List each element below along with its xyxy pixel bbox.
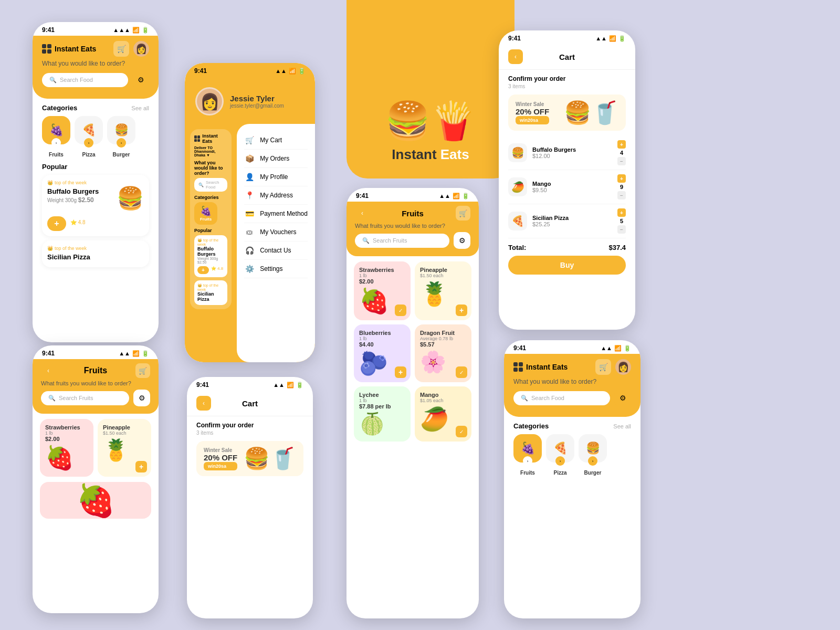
filter-fruits-full[interactable]: ⚙ xyxy=(454,232,470,249)
lychee-full[interactable]: Lychee 1 lb $7.88 per lb 🍈 xyxy=(354,386,411,442)
pizza-label: Pizza xyxy=(82,152,95,158)
avatar-br[interactable]: 👩 xyxy=(615,359,631,375)
cart-icon[interactable]: 🛒 xyxy=(113,41,129,57)
popular-badge: 👑 top of the week xyxy=(47,180,144,185)
cart-icon-fruits-full[interactable]: 🛒 xyxy=(456,206,470,220)
burger-detail: Weight 300g $2.50 xyxy=(47,196,99,204)
cart-icon-br[interactable]: 🛒 xyxy=(595,359,611,375)
status-icons-fruits-bl: ▲▲📶🔋 xyxy=(119,350,149,357)
cat-pizza-br[interactable]: 🍕 › Pizza xyxy=(546,434,574,476)
filter-button[interactable]: ⚙ xyxy=(132,71,149,88)
filter-btn-br[interactable]: ⚙ xyxy=(614,390,631,406)
pizza-minus-btn[interactable]: − xyxy=(617,225,626,234)
promo-discount-bc: 20% OFF xyxy=(204,453,237,462)
app-name: Instant Eats xyxy=(55,45,96,53)
promo-banner-bc: Winter Sale 20% OFF win20sa 🍔🥤 xyxy=(196,441,303,476)
strawberry-name-bl: Strawberries xyxy=(45,424,88,430)
buffalo-qty: 4 xyxy=(620,150,623,156)
promo-code[interactable]: win20sa xyxy=(516,116,549,124)
hero-title: Instant Eats xyxy=(392,146,469,163)
search-food-br[interactable]: 🔍 Search Food xyxy=(513,391,610,405)
filter-fruits-btn-bl[interactable]: ⚙ xyxy=(133,390,150,406)
buffalo-minus-btn[interactable]: − xyxy=(617,157,626,165)
menu-contact[interactable]: 🎧 Contact Us xyxy=(244,242,308,260)
search-fruits-full[interactable]: 🔍 Search Fruits xyxy=(355,234,449,248)
menu-vouchers[interactable]: 🎟 My Vouchers xyxy=(244,223,308,242)
pineapple-name-full: Pineapple xyxy=(420,267,466,273)
mango-qty-ctrl: + 9 − xyxy=(617,174,626,200)
mango-check-full[interactable]: ✓ xyxy=(456,426,467,437)
user-avatar[interactable]: 👩 xyxy=(133,41,149,57)
see-all-link[interactable]: See all xyxy=(131,105,149,111)
burger-arrow-br: › xyxy=(588,456,597,466)
cat-burger-br[interactable]: 🍔 › Burger xyxy=(579,434,607,476)
menu-my-orders[interactable]: 📦 My Orders xyxy=(244,150,308,168)
strawberry-weight-bl: 1 lb xyxy=(45,430,88,436)
pineapple-card-bl[interactable]: Pineapple $1.50 each 🍍 + xyxy=(98,419,151,477)
mango-cart-img: 🥭 xyxy=(508,177,527,196)
categories-row: 🍇 › Fruits 🍕 › Pizza 🍔 › Burger xyxy=(33,116,159,158)
pizza-plus-btn[interactable]: + xyxy=(617,208,626,217)
profile-name: Jessie Tyler xyxy=(230,94,284,103)
search-placeholder: Search Food xyxy=(60,77,93,83)
mango-wt-full: $1.05 each xyxy=(420,398,466,403)
subtitle-br: What you would like to order? xyxy=(513,378,631,385)
blueberry-price-full: $4.40 xyxy=(359,341,405,348)
promo-title: Winter Sale xyxy=(516,101,549,107)
menu-my-address[interactable]: 📍 My Address xyxy=(244,186,308,205)
fruits-subtitle-bl: What fruits you would like to order? xyxy=(41,380,150,386)
popular-section-header: Popular xyxy=(33,163,159,171)
pineapple-full[interactable]: Pineapple $1.50 each 🍍 + xyxy=(415,261,471,320)
cart-back-btn-bc[interactable]: ‹ xyxy=(196,396,211,411)
buy-button[interactable]: Buy xyxy=(508,256,626,275)
profile-menu-icon: 👤 xyxy=(244,173,255,181)
strawberry-full[interactable]: Strawberries 1 lb $2.00 🍓 ✓ xyxy=(354,261,411,320)
menu-payment[interactable]: 💳 Payment Method xyxy=(244,205,308,223)
fruits-icon-box: 🍇 › xyxy=(42,116,70,144)
blueberry-full[interactable]: Blueberries 1 lb $4.40 🫐 + xyxy=(354,324,411,382)
dragon-wt-full: Average 0.78 lb xyxy=(420,336,466,341)
promo-code-bc[interactable]: win20sa xyxy=(204,462,237,470)
pineapple-add-full[interactable]: + xyxy=(456,304,467,316)
contact-label: Contact Us xyxy=(260,247,291,254)
phone-fruits-full: 9:41 ▲▲📶🔋 ‹ Fruits 🛒 What fruits you wou… xyxy=(346,188,479,618)
fruits-back-btn-bl[interactable]: ‹ xyxy=(41,363,56,378)
strawberry-card-bl[interactable]: Strawberries 1 lb $2.00 🍓 xyxy=(40,419,93,477)
menu-my-cart[interactable]: 🛒 My Cart xyxy=(244,131,308,150)
hero-banner: 🍔🍟 Instant Eats xyxy=(346,0,514,178)
status-icons-profile: ▲▲📶🔋 xyxy=(275,68,306,75)
dragon-check-full[interactable]: ✓ xyxy=(456,366,467,378)
buffalo-plus-btn[interactable]: + xyxy=(617,140,626,149)
strawberry-check-full[interactable]: ✓ xyxy=(395,304,406,316)
mango-minus-btn[interactable]: − xyxy=(617,191,626,200)
cart-back-button[interactable]: ‹ xyxy=(508,49,523,64)
fruits-title-bl: Fruits xyxy=(84,366,107,375)
blueberry-add-full[interactable]: + xyxy=(395,366,406,378)
fruits-back-btn-full[interactable]: ‹ xyxy=(355,206,370,220)
promo-discount: 20% OFF xyxy=(516,107,549,116)
cart-item-pizza: 🍕 Sicilian Pizza $25.25 + 5 − xyxy=(508,204,626,238)
search-fruits-input-bl[interactable]: 🔍 Search Fruits xyxy=(41,391,129,405)
mango-full[interactable]: Mango $1.05 each 🥭 ✓ xyxy=(415,386,471,442)
menu-my-profile[interactable]: 👤 My Profile xyxy=(244,168,308,186)
hero-food-image: 🍔🍟 xyxy=(385,99,476,142)
lychee-wt-full: 1 lb xyxy=(359,398,405,403)
add-burger-button[interactable]: + xyxy=(47,216,66,231)
fruits-lbl-br: Fruits xyxy=(520,470,535,476)
promo-image: 🍔🥤 xyxy=(564,100,618,125)
dragonfruit-full[interactable]: Dragon Fruit Average 0.78 lb $5.57 🌸 ✓ xyxy=(415,324,471,382)
cat-fruits-br[interactable]: 🍇 › Fruits xyxy=(513,434,542,476)
burger-lbl-br: Burger xyxy=(584,470,602,476)
popular-badge-pizza: 👑 top of the week xyxy=(47,246,144,251)
search-food-input[interactable]: 🔍 Search Food xyxy=(42,73,128,87)
promo-title-bc: Winter Sale xyxy=(204,447,237,453)
pizza-lbl-br: Pizza xyxy=(553,470,566,476)
cart-icon-fruits-bl[interactable]: 🛒 xyxy=(135,363,150,378)
category-pizza[interactable]: 🍕 › Pizza xyxy=(75,116,103,158)
see-all-br[interactable]: See all xyxy=(613,423,631,429)
category-burger[interactable]: 🍔 › Burger xyxy=(107,116,135,158)
category-fruits[interactable]: 🍇 › Fruits xyxy=(42,116,70,158)
menu-settings[interactable]: ⚙️ Settings xyxy=(244,260,308,278)
mango-plus-btn[interactable]: + xyxy=(617,174,626,183)
pineapple-add-btn-bl[interactable]: + xyxy=(135,461,147,472)
